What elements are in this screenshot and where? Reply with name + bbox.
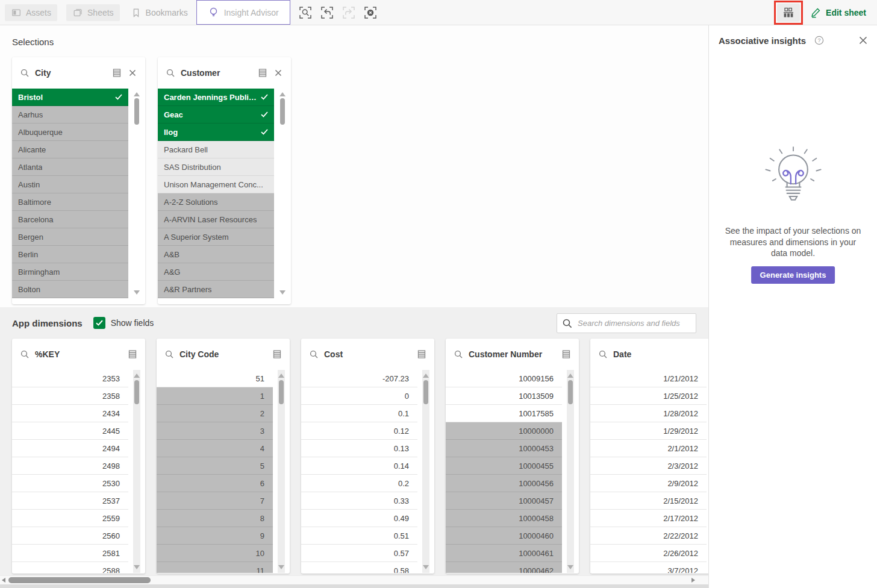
value-row[interactable]: Baltimore xyxy=(12,193,128,211)
scroll-thumb[interactable] xyxy=(279,380,284,404)
value-row[interactable]: 2/1/2012 xyxy=(590,440,707,457)
scroll-down-icon[interactable] xyxy=(134,565,140,569)
value-row[interactable]: A-ARVIN Laser Resources xyxy=(158,211,274,228)
search-selections-button[interactable] xyxy=(298,5,313,20)
scroll-thumb[interactable] xyxy=(568,380,573,404)
scrollbar[interactable] xyxy=(567,370,574,573)
scrollbar[interactable] xyxy=(133,89,140,298)
value-row[interactable]: 2560 xyxy=(12,527,128,545)
scrollbar[interactable] xyxy=(133,370,140,573)
list-menu-icon[interactable] xyxy=(416,349,427,360)
value-row[interactable]: 10000456 xyxy=(446,475,562,492)
list-menu-icon[interactable] xyxy=(561,349,572,360)
value-row[interactable]: 10000453 xyxy=(446,440,562,457)
scrollbar[interactable] xyxy=(278,370,285,573)
edit-sheet-button[interactable]: Edit sheet xyxy=(810,7,866,18)
value-row[interactable]: A&R Partners xyxy=(158,281,274,298)
value-row[interactable]: A Superior System xyxy=(158,228,274,246)
value-row[interactable]: 2537 xyxy=(12,492,128,510)
value-row[interactable]: 2/26/2012 xyxy=(590,545,707,562)
close-icon[interactable] xyxy=(273,67,284,78)
list-menu-icon[interactable] xyxy=(127,349,138,360)
scroll-down-icon[interactable] xyxy=(567,565,573,569)
value-row[interactable]: 10000460 xyxy=(446,527,562,545)
scroll-down-icon[interactable] xyxy=(279,290,286,295)
list-menu-icon[interactable] xyxy=(111,67,122,78)
value-row[interactable]: 10 xyxy=(157,545,273,562)
step-forward-button[interactable] xyxy=(341,5,357,20)
value-row[interactable]: Bolton xyxy=(12,281,128,298)
value-row[interactable]: Ilog xyxy=(158,124,274,141)
search-icon[interactable] xyxy=(165,67,176,78)
value-row[interactable]: 2559 xyxy=(12,510,128,527)
value-row[interactable]: Barcelona xyxy=(12,211,128,228)
value-row[interactable]: 10000462 xyxy=(446,562,562,573)
scroll-up-icon[interactable] xyxy=(134,92,140,96)
value-row[interactable]: 1/25/2012 xyxy=(590,387,707,405)
value-row[interactable]: 2530 xyxy=(12,475,128,492)
value-row[interactable]: 9 xyxy=(157,527,273,545)
value-row[interactable]: Austin xyxy=(12,176,128,193)
value-row[interactable]: 4 xyxy=(157,440,273,457)
close-icon[interactable] xyxy=(127,67,138,78)
scroll-up-icon[interactable] xyxy=(134,374,140,378)
value-row[interactable]: 0.58 xyxy=(301,562,417,573)
value-row[interactable]: Carden Jennings Publishing xyxy=(158,89,274,106)
value-row[interactable]: 2 xyxy=(157,405,273,422)
scroll-thumb[interactable] xyxy=(280,98,285,125)
value-row[interactable]: 10000458 xyxy=(446,510,562,527)
scroll-up-icon[interactable] xyxy=(423,374,429,378)
value-row[interactable]: 5 xyxy=(157,457,273,475)
value-row[interactable]: 10017585 xyxy=(446,405,562,422)
value-row[interactable]: Atlanta xyxy=(12,158,128,176)
bookmarks-button[interactable]: Bookmarks xyxy=(131,7,188,18)
list-menu-icon[interactable] xyxy=(257,67,268,78)
search-icon[interactable] xyxy=(164,349,175,360)
value-row[interactable]: 2358 xyxy=(12,387,128,405)
value-row[interactable]: 10000461 xyxy=(446,545,562,562)
value-row[interactable]: 3/7/2012 xyxy=(590,562,707,573)
value-row[interactable]: Bergen xyxy=(12,228,128,246)
value-row[interactable]: 2/9/2012 xyxy=(590,475,707,492)
value-row[interactable]: 2/22/2012 xyxy=(590,527,707,545)
scroll-down-icon[interactable] xyxy=(423,565,429,569)
search-icon[interactable] xyxy=(453,349,464,360)
show-fields-checkbox[interactable] xyxy=(93,317,105,329)
value-row[interactable]: Packard Bell xyxy=(158,141,274,158)
value-row[interactable]: 6 xyxy=(157,475,273,492)
scroll-left-icon[interactable] xyxy=(2,578,5,583)
assets-button[interactable]: Assets xyxy=(5,4,57,21)
help-icon[interactable]: ? xyxy=(814,36,824,45)
value-row[interactable]: 0.14 xyxy=(301,457,417,475)
value-row[interactable]: 10000000 xyxy=(446,422,562,440)
value-row[interactable]: Bristol xyxy=(12,89,128,106)
value-row[interactable]: 3 xyxy=(157,422,273,440)
value-row[interactable]: Berlin xyxy=(12,246,128,263)
value-row[interactable]: 51 xyxy=(157,370,273,387)
value-row[interactable]: 0.2 xyxy=(301,475,417,492)
generate-insights-button[interactable]: Generate insights xyxy=(751,266,835,284)
value-row[interactable]: 0.33 xyxy=(301,492,417,510)
value-row[interactable]: 7 xyxy=(157,492,273,510)
value-row[interactable]: 0 xyxy=(301,387,417,405)
value-row[interactable]: 0.49 xyxy=(301,510,417,527)
value-row[interactable]: 2498 xyxy=(12,457,128,475)
list-menu-icon[interactable] xyxy=(272,349,282,360)
search-icon[interactable] xyxy=(308,349,319,360)
value-row[interactable]: Geac xyxy=(158,106,274,124)
value-row[interactable]: SAS Distribution xyxy=(158,158,274,176)
scroll-up-icon[interactable] xyxy=(279,92,286,96)
value-row[interactable]: A&G xyxy=(158,263,274,281)
sheets-button[interactable]: Sheets xyxy=(66,4,120,21)
value-row[interactable]: Birmingham xyxy=(12,263,128,281)
scroll-right-icon[interactable] xyxy=(691,578,695,583)
scrollbar[interactable] xyxy=(279,89,286,298)
value-row[interactable]: 2588 xyxy=(12,562,128,573)
value-row[interactable]: Alicante xyxy=(12,141,128,158)
value-row[interactable]: 2434 xyxy=(12,405,128,422)
value-row[interactable]: 2/17/2012 xyxy=(590,510,707,527)
value-row[interactable]: 10000455 xyxy=(446,457,562,475)
scroll-thumb[interactable] xyxy=(423,380,428,404)
value-row[interactable]: 2353 xyxy=(12,370,128,387)
search-input[interactable] xyxy=(576,318,691,328)
